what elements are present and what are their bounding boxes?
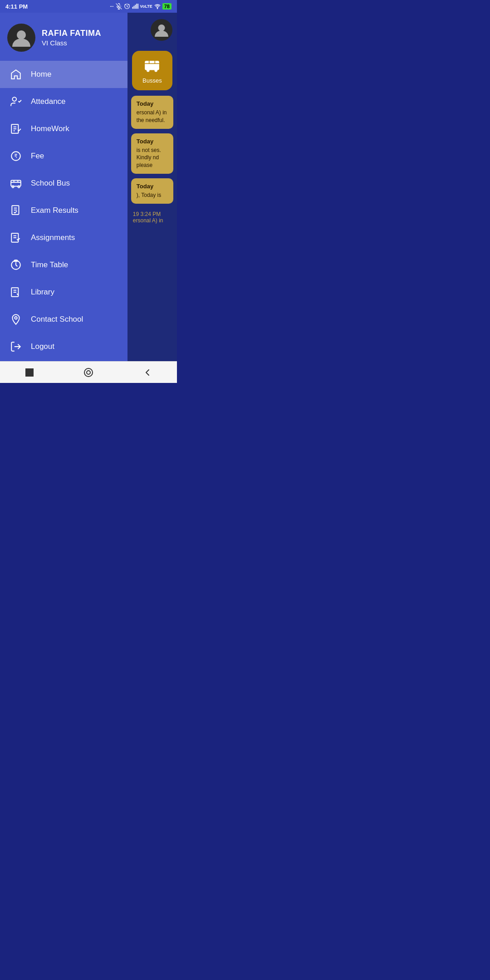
svg-point-45 [155,69,157,72]
school-bus-icon [9,176,23,190]
notif-text-1: ersonal A) in the needful. [137,109,168,124]
svg-rect-46 [26,369,33,376]
status-icons: ··· VoLTE 78 [110,3,172,10]
svg-rect-8 [135,5,136,9]
bus-button-label: Busses [142,77,162,84]
sidebar-item-label-homework: HomeWork [31,124,69,133]
sidebar-item-school-bus[interactable]: School Bus [0,170,127,197]
wifi-icon [154,3,161,10]
signal-icon [132,3,138,10]
sidebar-item-library[interactable]: Library [0,279,127,306]
user-class: VI Class [42,39,101,47]
user-info: RAFIA FATIMA VI Class [42,29,101,47]
svg-rect-20 [11,181,21,186]
sidebar-item-homework[interactable]: HomeWork [0,115,127,142]
exam-results-icon [9,204,23,217]
notification-cards: Today ersonal A) in the needful. Today i… [127,94,177,228]
logout-icon [9,340,23,353]
svg-point-11 [157,8,157,9]
user-name: RAFIA FATIMA [42,29,101,38]
sidebar-item-fee[interactable]: ₹ Fee [0,142,127,170]
svg-rect-7 [133,6,134,9]
bottom-nav [0,361,177,383]
notification-card-3: Today ), Today is [131,178,173,204]
sidebar-item-label-home: Home [31,70,51,79]
sidebar-item-attendance[interactable]: Attedance [0,88,127,115]
profile-section: RAFIA FATIMA VI Class [0,13,127,61]
sidebar-item-logout[interactable]: Logout [0,333,127,360]
svg-text:₹: ₹ [14,153,18,159]
avatar [7,24,35,52]
sidebar-item-label-exam-results: Exam Results [31,206,78,215]
notification-card-2: Today is not ses. Kindly nd please [131,133,173,174]
library-icon [9,285,23,299]
time-table-icon [9,258,23,272]
svg-point-44 [147,69,150,72]
status-bar: 4:11 PM ··· VoLTE 78 [0,0,177,13]
sidebar-item-assignments[interactable]: Assignments [0,224,127,251]
menu-list: Home Attedance [0,61,127,361]
notif-text-3: ), Today is [137,191,168,199]
svg-rect-6 [132,7,133,9]
notif-date-1: Today [137,100,168,107]
nav-back-button[interactable] [139,364,156,381]
svg-point-24 [12,186,14,187]
home-icon [9,68,23,81]
nav-square-button[interactable] [21,364,38,381]
svg-rect-9 [136,4,137,9]
attendance-icon [9,95,23,108]
status-time: 4:11 PM [5,3,28,10]
homework-icon [9,122,23,136]
mute-icon [116,3,122,10]
sidebar-item-label-assignments: Assignments [31,233,75,242]
sidebar-item-time-table[interactable]: Time Table [0,251,127,279]
svg-point-47 [84,368,93,377]
fee-icon: ₹ [9,149,23,163]
bus-button[interactable]: Busses [132,51,172,90]
sidebar-item-label-attendance: Attedance [31,97,66,106]
svg-point-48 [87,371,90,374]
drawer: RAFIA FATIMA VI Class Home [0,13,127,361]
signal-dots: ··· [110,4,113,9]
sidebar-item-contact-school[interactable]: Contact School [0,306,127,333]
right-panel: Busses Today ersonal A) in the needful. … [127,13,177,361]
volte-icon: VoLTE [140,4,152,9]
svg-point-13 [12,97,16,101]
sidebar-item-label-library: Library [31,288,54,297]
sidebar-item-label-time-table: Time Table [31,260,68,270]
contact-school-icon [9,313,23,326]
notification-card-1: Today ersonal A) in the needful. [131,96,173,129]
notif-timestamp: 19 3:24 PM ersonal A) in [131,208,173,226]
battery-icon: 78 [162,3,172,10]
svg-point-25 [18,186,20,187]
svg-point-37 [15,317,17,319]
assignments-icon [9,231,23,245]
notif-text-2: is not ses. Kindly nd please [137,147,168,169]
right-profile-avatar [151,19,172,41]
right-top [127,13,177,47]
alarm-icon [124,3,130,10]
notif-date-3: Today [137,183,168,190]
svg-point-12 [17,30,26,39]
nav-home-button[interactable] [80,364,97,381]
svg-rect-10 [137,4,138,9]
sidebar-item-home[interactable]: Home [0,61,127,88]
sidebar-item-exam-results[interactable]: Exam Results [0,197,127,224]
notif-date-2: Today [137,138,168,145]
svg-point-39 [158,24,165,31]
sidebar-item-label-school-bus: School Bus [31,179,70,188]
sidebar-item-label-logout: Logout [31,342,54,351]
sidebar-item-label-contact-school: Contact School [31,315,83,324]
app-container: RAFIA FATIMA VI Class Home [0,13,177,361]
sidebar-item-label-fee: Fee [31,152,44,161]
svg-rect-40 [145,61,160,70]
